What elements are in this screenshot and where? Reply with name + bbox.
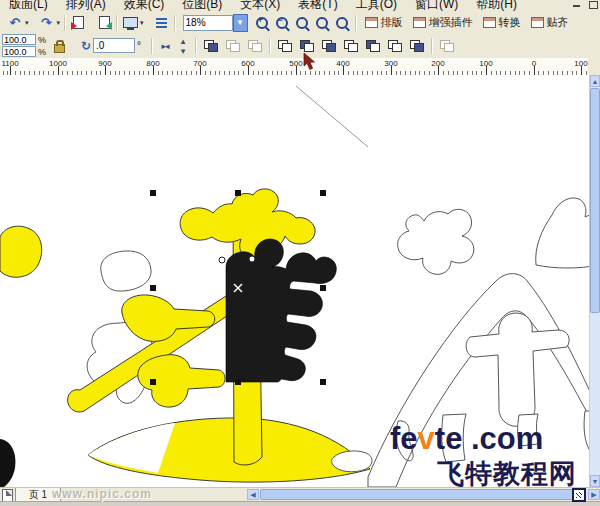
export-button[interactable] — [95, 14, 113, 32]
window-bottom-edge — [0, 501, 600, 506]
rotation-group: ↻ ° — [81, 38, 141, 53]
toolbar-separator — [64, 15, 66, 31]
vertical-scrollbar[interactable]: ▲ ▼ — [589, 75, 600, 487]
typeset-label: 排版 — [381, 15, 403, 30]
handle-top-left[interactable] — [150, 190, 156, 196]
scroll-down-icon[interactable]: ▼ — [590, 475, 600, 487]
enhanced-plugin-macro-button[interactable]: 增强插件 — [413, 15, 473, 30]
redo-button[interactable]: ↷ — [38, 14, 56, 32]
mirror-horizontal-button[interactable]: ▸◂ — [156, 41, 174, 51]
maximize-icon[interactable] — [588, 1, 598, 9]
handle-middle-right[interactable] — [320, 285, 326, 291]
yellow-top-cross[interactable] — [180, 189, 315, 259]
launcher-dropdown-icon[interactable]: ▾ — [140, 19, 144, 27]
application-launcher-button[interactable] — [121, 14, 139, 32]
handle-top-right[interactable] — [320, 190, 326, 196]
propbar-separator — [151, 38, 153, 54]
snap-label: 贴齐 — [547, 15, 569, 30]
nonproportional-lock-icon[interactable] — [54, 44, 65, 53]
vertical-scrollbar-thumb[interactable] — [590, 88, 600, 313]
zoom-level-input[interactable] — [183, 15, 233, 31]
ruler-label: 100 — [479, 59, 492, 68]
node-handle-icon[interactable] — [219, 257, 225, 263]
ruler-label: 700 — [193, 59, 206, 68]
ruler-label: 600 — [241, 59, 254, 68]
property-bar: % % ↻ ° ▸◂ ▴▾ — [0, 33, 600, 59]
application-launcher-icon — [123, 17, 138, 28]
ruler-label: 0 — [532, 59, 536, 68]
scroll-right-icon[interactable]: ▶ — [588, 489, 600, 500]
brand-accent: v — [418, 421, 435, 456]
undo-dropdown-icon[interactable]: ▾ — [25, 19, 29, 27]
weld-button[interactable] — [278, 40, 292, 52]
simplify-button[interactable] — [344, 40, 358, 52]
propbar-separator — [195, 38, 197, 54]
outline-blob-upper[interactable] — [101, 251, 151, 291]
front-minus-back-button[interactable] — [366, 40, 380, 52]
ruler-label: 300 — [384, 59, 397, 68]
convert-label: 转换 — [499, 15, 521, 30]
typeset-macro-button[interactable]: 排版 — [365, 15, 403, 30]
group-button[interactable] — [226, 40, 240, 52]
stray-curve-line[interactable] — [296, 86, 368, 147]
handle-top-center[interactable] — [235, 190, 241, 196]
rotation-angle-input[interactable] — [93, 38, 135, 53]
intersect-button[interactable] — [322, 40, 336, 52]
trim-button[interactable] — [300, 40, 314, 52]
undo-button[interactable]: ↶ — [6, 14, 24, 32]
redo-icon: ↷ — [41, 16, 52, 29]
typeset-icon — [365, 17, 378, 28]
zoom-selected-icon — [296, 17, 308, 29]
snap-macro-button[interactable]: 贴齐 — [531, 15, 569, 30]
convert-to-curves-button[interactable] — [440, 40, 454, 52]
outline-top-cross[interactable] — [398, 209, 474, 274]
scale-factor-group: % % — [2, 34, 46, 57]
ruler-label: 500 — [289, 59, 302, 68]
selected-black-shape[interactable] — [226, 239, 336, 382]
combine-button[interactable] — [204, 40, 218, 52]
zoom-selected-button[interactable] — [292, 14, 312, 32]
handle-middle-left[interactable] — [150, 285, 156, 291]
brand-pre: fe — [390, 421, 418, 456]
import-button[interactable] — [69, 14, 87, 32]
redo-dropdown-icon[interactable]: ▾ — [57, 19, 61, 27]
mouse-cursor-icon — [303, 53, 317, 72]
degree-label: ° — [137, 40, 141, 51]
zoom-out-button[interactable]: − — [272, 14, 292, 32]
scroll-left-icon[interactable]: ◀ — [247, 489, 259, 500]
zoom-combo-dropdown-icon[interactable]: ▼ — [233, 14, 248, 32]
ruler-label: 1100 — [1, 59, 18, 68]
yellow-middle-bar[interactable] — [122, 295, 215, 342]
handle-bottom-center[interactable] — [235, 379, 241, 385]
import-icon — [73, 16, 84, 29]
ungroup-button[interactable] — [248, 40, 262, 52]
scale-vertical-input[interactable] — [2, 46, 36, 57]
ruler-label: 200 — [431, 59, 444, 68]
scale-horizontal-input[interactable] — [2, 34, 36, 45]
rotation-icon: ↻ — [81, 39, 91, 53]
create-boundary-button[interactable] — [410, 40, 424, 52]
mirror-vertical-button[interactable]: ▴▾ — [174, 36, 192, 56]
zoom-in-button[interactable]: + — [252, 14, 272, 32]
export-icon — [99, 16, 110, 29]
zoom-page-button[interactable] — [332, 14, 352, 32]
outline-small-blob[interactable] — [332, 451, 372, 472]
watermark-brand: fevte .com — [390, 421, 543, 457]
minimize-icon[interactable] — [572, 1, 582, 9]
handle-bottom-left[interactable] — [150, 379, 156, 385]
back-minus-front-button[interactable] — [388, 40, 402, 52]
yellow-blob-left[interactable] — [0, 226, 42, 277]
brand-post: te .com — [435, 421, 544, 456]
handle-bottom-right[interactable] — [320, 379, 326, 385]
node-handle-icon[interactable] — [249, 256, 255, 262]
snap-icon — [531, 17, 544, 28]
convert-icon — [483, 17, 496, 28]
zoom-all-objects-button[interactable] — [312, 14, 332, 32]
toolbar-separator — [116, 15, 118, 31]
horizontal-ruler[interactable]: 1100 1000 900 800 700 600 500 400 300 20… — [0, 58, 588, 76]
scroll-up-icon[interactable]: ▲ — [590, 75, 600, 87]
enhanced-plugin-icon — [413, 17, 426, 28]
options-button[interactable] — [153, 14, 171, 32]
convert-macro-button[interactable]: 转换 — [483, 15, 521, 30]
black-blob-bottom-left[interactable] — [0, 439, 15, 487]
